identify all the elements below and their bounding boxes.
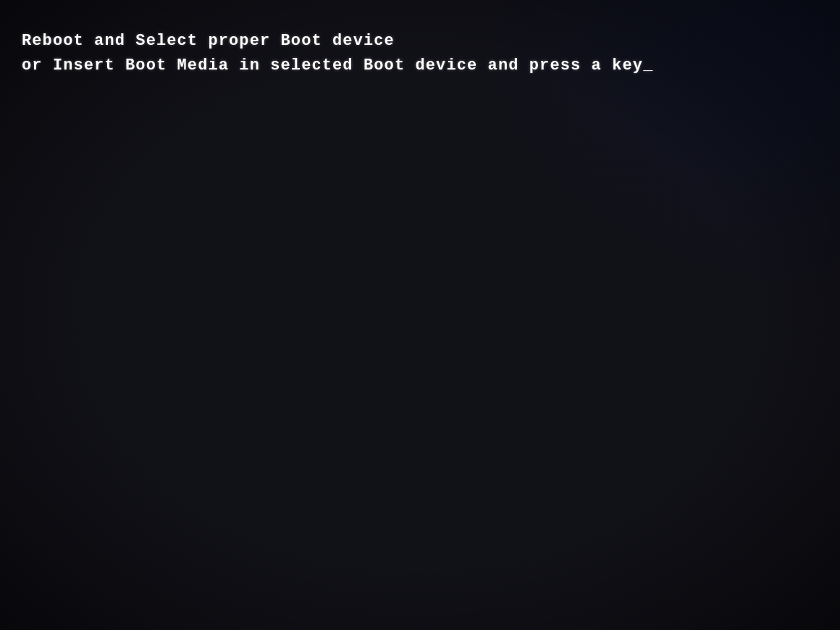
boot-line-1: Reboot and Select proper Boot device — [22, 29, 653, 54]
boot-line-2: or Insert Boot Media in selected Boot de… — [22, 54, 653, 78]
boot-message-area: Reboot and Select proper Boot device or … — [14, 22, 660, 85]
bios-screen: Reboot and Select proper Boot device or … — [0, 0, 840, 630]
